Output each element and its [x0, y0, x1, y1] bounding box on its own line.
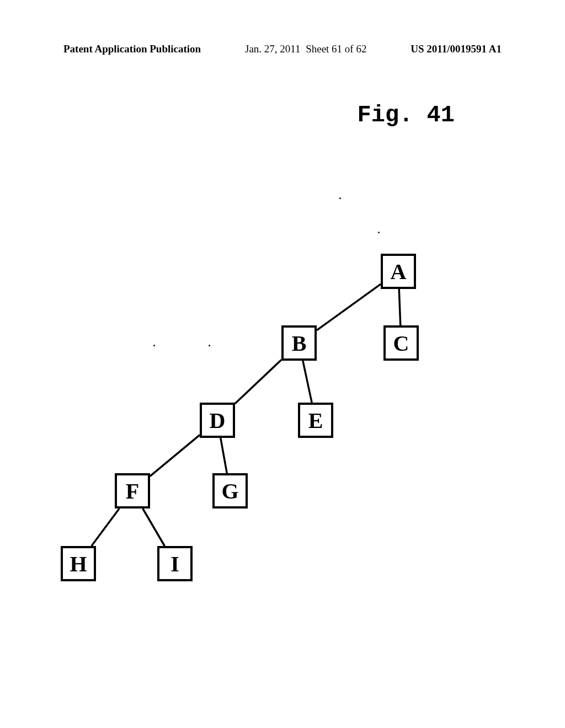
tree-edge [317, 284, 381, 330]
tree-edge [235, 360, 281, 403]
header-pub-number: US 2011/0019591 A1 [411, 43, 502, 55]
tree-node-c: C [383, 325, 419, 361]
page-header: Patent Application Publication Jan. 27, … [0, 43, 565, 55]
tree-node-g: G [212, 473, 248, 508]
tree-node-d: D [200, 403, 235, 438]
tree-edge [143, 508, 165, 546]
tree-diagram: ABCDEFGHI [61, 254, 447, 585]
tree-edges [61, 254, 447, 585]
tree-node-a: A [381, 254, 416, 289]
tree-edge [92, 508, 119, 546]
header-publication-type: Patent Application Publication [63, 43, 201, 55]
tree-edge [221, 438, 227, 473]
header-date-sheet: Jan. 27, 2011 Sheet 61 of 62 [245, 43, 366, 55]
tree-edge [303, 361, 312, 403]
tree-edge [150, 435, 200, 477]
stray-dot [339, 197, 341, 199]
tree-node-b: B [281, 325, 317, 361]
stray-dot [378, 232, 380, 233]
tree-node-f: F [115, 473, 150, 508]
tree-node-h: H [61, 546, 96, 581]
tree-node-e: E [298, 403, 333, 438]
figure-title: Fig. 41 [358, 102, 455, 129]
tree-edge [399, 289, 401, 325]
tree-node-i: I [157, 546, 193, 581]
